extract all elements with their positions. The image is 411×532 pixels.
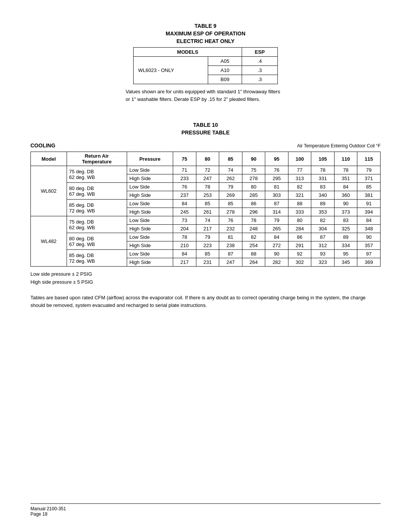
col-75: 75 <box>173 152 196 166</box>
table10-notes: Low side pressure ± 2 PSIG High side pre… <box>30 270 381 286</box>
note-low-side: Low side pressure ± 2 PSIG <box>30 270 381 278</box>
table-row: WL48275 deg. DB62 deg. WBLow Side7374767… <box>31 216 381 225</box>
table-row: 85 deg. DB72 deg. WBLow Side848585868788… <box>31 200 381 208</box>
table9-esp-header: ESP <box>242 48 278 57</box>
table10-section: TABLE 10 PRESSURE TABLE COOLING Air Temp… <box>30 122 381 310</box>
table9-title: MAXIMUM ESP OF OPERATION <box>30 30 381 37</box>
table-row: 80 deg. DB67 deg. WBLow Side767879808182… <box>31 183 381 191</box>
col-80: 80 <box>196 152 219 166</box>
col-pressure-header: Pressure <box>127 152 173 166</box>
footer-divider <box>30 503 381 504</box>
table10-paragraph: Tables are based upon rated CFM (airflow… <box>30 294 381 310</box>
note-high-side: High side pressure ± 5 PSIG <box>30 278 381 286</box>
footer: Manual 2100-351 Page 18 <box>30 503 381 517</box>
table-row: WL60275 deg. DB62 deg. WBLow Side7172747… <box>31 166 381 174</box>
table-row: 85 deg. DB72 deg. WBLow Side848587889092… <box>31 250 381 258</box>
col-100: 100 <box>288 152 311 166</box>
col-85: 85 <box>219 152 242 166</box>
col-115: 115 <box>357 152 381 166</box>
col-90: 90 <box>242 152 265 166</box>
footer-page: Page 18 <box>30 511 381 517</box>
table9-note: Values shown are for units equipped with… <box>126 88 285 103</box>
col-model-header: Model <box>31 152 67 166</box>
table9-subtitle: ELECTRIC HEAT ONLY <box>30 38 381 44</box>
table10-number: TABLE 10 <box>30 122 381 128</box>
table9-models-header: MODELS <box>134 48 242 57</box>
table-row: 80 deg. DB67 deg. WBLow Side787981828486… <box>31 233 381 241</box>
table9: MODELS ESP WL6023 - ONLYA05.4A10.3B09.3 <box>133 47 278 84</box>
table9-section: TABLE 9 MAXIMUM ESP OF OPERATION ELECTRI… <box>30 23 381 103</box>
table10: Model Return AirTemperature Pressure 75 … <box>30 152 381 267</box>
footer-manual: Manual 2100-351 <box>30 506 381 511</box>
col-95: 95 <box>265 152 288 166</box>
col-return-header: Return AirTemperature <box>67 152 127 166</box>
col-110: 110 <box>334 152 357 166</box>
col-105: 105 <box>311 152 335 166</box>
air-temp-label: Air Temperature Entering Outdoor Coil °F <box>297 143 381 149</box>
table9-number: TABLE 9 <box>30 23 381 29</box>
table10-title: PRESSURE TABLE <box>30 129 381 136</box>
cooling-label: COOLING <box>30 142 55 149</box>
